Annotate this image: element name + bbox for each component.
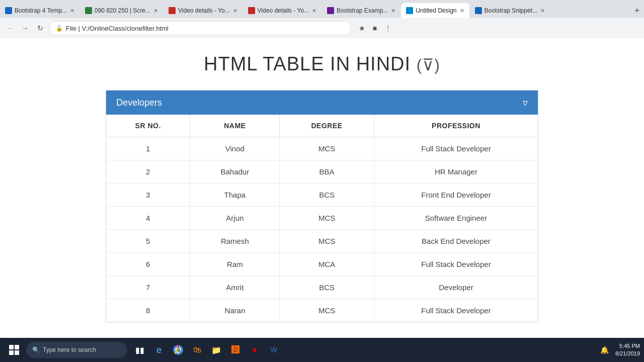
folder-icon[interactable]: 📁 [207, 341, 225, 359]
browser-tab-tab5[interactable]: Bootstrap Examp...✕ [322, 3, 400, 18]
page-title: HTML TABLE IN HINDI (⊽) [204, 53, 440, 75]
orange-app-icon[interactable]: 🅾 [226, 341, 245, 359]
tab-favicon [327, 7, 334, 14]
date-display: 8/21/2019 [615, 350, 640, 357]
lock-icon: 🔓 [56, 25, 63, 32]
url-text: File | V:/OnlineClass/clonefilter.html [66, 25, 169, 32]
cell-sr: 3 [106, 184, 190, 207]
cell-profession: Software Engineer [374, 207, 538, 230]
tab-label: Bootstrap Snippet... [485, 7, 537, 14]
cell-degree: BBA [280, 160, 374, 184]
store-icon[interactable]: 🛍 [188, 341, 206, 359]
tab-favicon [5, 7, 12, 14]
cell-degree: MCS [280, 230, 374, 253]
browser-tab-tab3[interactable]: Video details - Yo...✕ [164, 3, 243, 18]
cell-degree: MCS [280, 207, 374, 230]
data-table: SR NO.NAMEDEGREEPROFESSION 1VinodMCSFull… [106, 115, 538, 322]
table-row: 4ArjunMCSSoftware Engineer [106, 207, 538, 230]
chrome-icon[interactable] [169, 341, 187, 359]
cell-degree: MCS [280, 299, 374, 322]
cell-profession: Back End Developer [374, 230, 538, 253]
tab-label: Video details - Yo... [258, 7, 309, 14]
cell-sr: 7 [106, 276, 190, 299]
page-content: HTML TABLE IN HINDI (⊽) Developers ▿ SR … [0, 38, 644, 338]
table-row: 5RameshMCSBack End Developer [106, 230, 538, 253]
word-icon[interactable]: W [265, 341, 283, 359]
tab-favicon [248, 7, 255, 14]
cell-name: Ram [190, 253, 280, 276]
cell-name: Naran [190, 299, 280, 322]
taskbar-apps: ▮▮ e 🛍 📁 🅾 ■ W [131, 341, 283, 359]
cell-name: Amrit [190, 276, 280, 299]
cell-name: Bahadur [190, 160, 280, 184]
forward-button[interactable]: → [19, 22, 31, 34]
cell-profession: Full Stack Developer [374, 253, 538, 276]
extensions-icon[interactable]: ■ [369, 23, 380, 34]
cell-profession: Developer [374, 276, 538, 299]
new-tab-button[interactable]: + [630, 4, 644, 18]
cell-sr: 6 [106, 253, 190, 276]
tab-label: Video details - Yo... [178, 7, 230, 14]
table-row: 8NaranMCSFull Stack Developer [106, 299, 538, 322]
tab-bar: Bootstrap 4 Temp...✕090 820 250 | Scre..… [0, 0, 644, 18]
tab-close-button[interactable]: ✕ [67, 8, 74, 14]
table-row: 2BahadurBBAHR Manager [106, 160, 538, 184]
browser-chrome: Bootstrap 4 Temp...✕090 820 250 | Scre..… [0, 0, 644, 38]
table-panel-title: Developers [116, 98, 523, 108]
back-button[interactable]: ← [4, 22, 16, 34]
tab-label: Bootstrap 4 Temp... [15, 7, 67, 14]
tab-close-button[interactable]: ✕ [457, 8, 464, 14]
table-row: 3ThapaBCSFront End Developer [106, 184, 538, 207]
taskbar-search[interactable]: 🔍 Type here to search [26, 342, 127, 358]
browser-tab-tab4[interactable]: Video details - Yo...✕ [243, 3, 322, 18]
tab-close-button[interactable]: ✕ [309, 8, 316, 14]
reload-button[interactable]: ↻ [34, 22, 46, 34]
taskbar-right: 🔔 5:45 PM 8/21/2019 [597, 342, 640, 358]
tab-favicon [406, 7, 413, 14]
browser-tab-tab1[interactable]: Bootstrap 4 Temp...✕ [0, 3, 79, 18]
browser-toolbar: ★ ■ ⋮ [356, 23, 393, 34]
title-filter-icon: (⊽) [417, 56, 440, 74]
cell-degree: BCS [280, 276, 374, 299]
taskbar-clock: 5:45 PM 8/21/2019 [615, 342, 640, 358]
start-button[interactable] [4, 340, 24, 360]
cell-profession: Full Stack Developer [374, 137, 538, 160]
browser-tab-tab6[interactable]: Untitled Design✕ [401, 3, 469, 18]
address-bar: ← → ↻ 🔓 File | V:/OnlineClass/clonefilte… [0, 18, 644, 38]
cell-profession: Full Stack Developer [374, 299, 538, 322]
tab-label: Untitled Design [416, 7, 456, 14]
table-filter-icon[interactable]: ▿ [523, 97, 528, 109]
tab-label: Bootstrap Examp... [337, 7, 388, 14]
cell-profession: Front End Developer [374, 184, 538, 207]
table-row: 1VinodMCSFull Stack Developer [106, 137, 538, 160]
tab-close-button[interactable]: ✕ [388, 8, 395, 14]
taskbar: 🔍 Type here to search ▮▮ e 🛍 📁 🅾 ■ W 🔔 5… [0, 338, 644, 362]
tab-close-button[interactable]: ✕ [150, 8, 158, 14]
cell-sr: 8 [106, 299, 190, 322]
tab-close-button[interactable]: ✕ [230, 8, 237, 14]
search-icon: 🔍 [32, 346, 40, 353]
tab-favicon [85, 7, 92, 14]
menu-icon[interactable]: ⋮ [382, 23, 393, 34]
star-icon[interactable]: ★ [356, 23, 367, 34]
tab-close-button[interactable]: ✕ [537, 8, 545, 14]
url-bar[interactable]: 🔓 File | V:/OnlineClass/clonefilter.html [49, 21, 351, 35]
taskview-button[interactable]: ▮▮ [131, 341, 149, 359]
cell-name: Thapa [190, 184, 280, 207]
browser-tab-tab2[interactable]: 090 820 250 | Scre...✕ [80, 3, 163, 18]
time-display: 5:45 PM [615, 342, 640, 350]
col-header-degree: DEGREE [280, 115, 374, 137]
cell-sr: 5 [106, 230, 190, 253]
cell-name: Vinod [190, 137, 280, 160]
tab-label: 090 820 250 | Scre... [95, 7, 150, 14]
cell-profession: HR Manager [374, 160, 538, 184]
edge-icon[interactable]: e [150, 341, 168, 359]
table-row: 7AmritBCSDeveloper [106, 276, 538, 299]
cell-name: Arjun [190, 207, 280, 230]
browser-tab-tab7[interactable]: Bootstrap Snippet...✕ [470, 3, 550, 18]
red-app-icon[interactable]: ■ [246, 341, 264, 359]
notification-icon[interactable]: 🔔 [597, 343, 611, 357]
col-header-name: NAME [190, 115, 280, 137]
cell-degree: MCA [280, 253, 374, 276]
table-container: Developers ▿ SR NO.NAMEDEGREEPROFESSION … [106, 90, 538, 322]
